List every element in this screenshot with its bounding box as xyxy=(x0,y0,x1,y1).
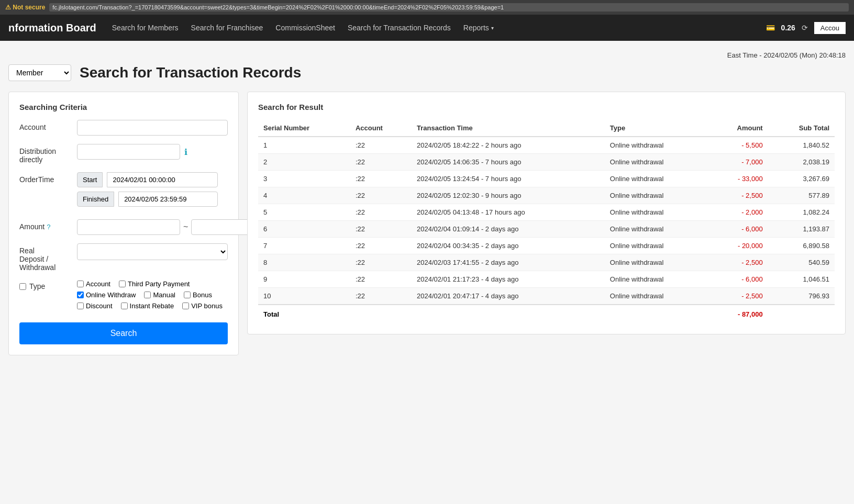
nav-reports[interactable]: Reports ▾ xyxy=(463,24,494,32)
reports-dropdown-arrow: ▾ xyxy=(491,25,494,31)
account-button[interactable]: Accou xyxy=(814,22,846,34)
table-row: 6 :22 2024/02/04 01:09:14 - 2 days ago O… xyxy=(258,221,835,238)
member-select[interactable]: Member xyxy=(8,64,71,81)
cell-time: 2024/02/01 21:17:23 - 4 days ago xyxy=(412,271,605,288)
results-panel-title: Search for Result xyxy=(258,103,835,111)
checkbox-online-withdraw-input[interactable] xyxy=(77,292,84,298)
checkbox-account[interactable]: Account xyxy=(77,280,110,288)
search-button[interactable]: Search xyxy=(19,322,228,344)
checkbox-third-party-input[interactable] xyxy=(119,281,126,287)
distribution-row: ℹ xyxy=(77,144,187,160)
type-checkboxes: Account Third Party Payment Online Withd… xyxy=(77,280,228,310)
cell-account: :22 xyxy=(350,271,412,288)
col-account: Account xyxy=(350,120,412,137)
checkbox-vip-bonus[interactable]: VIP bonus xyxy=(182,302,223,310)
total-label: Total xyxy=(258,305,350,323)
finished-time-input[interactable] xyxy=(118,192,218,207)
total-empty-account xyxy=(350,305,412,323)
checkbox-vip-bonus-input[interactable] xyxy=(182,303,189,309)
col-subtotal: Sub Total xyxy=(768,120,835,137)
cell-amount: - 33,000 xyxy=(709,171,768,187)
table-row: 7 :22 2024/02/04 00:34:35 - 2 days ago O… xyxy=(258,238,835,254)
results-table: Serial Number Account Transaction Time T… xyxy=(258,120,835,323)
cell-subtotal: 6,890.58 xyxy=(768,238,835,254)
checkbox-online-withdraw[interactable]: Online Withdraw xyxy=(77,291,136,299)
type-master-checkbox[interactable] xyxy=(19,283,26,290)
brand-title: nformation Board xyxy=(8,22,96,34)
cell-account: :22 xyxy=(350,288,412,305)
checkbox-account-input[interactable] xyxy=(77,281,84,287)
cell-serial: 7 xyxy=(258,238,350,254)
total-empty-time xyxy=(412,305,605,323)
cell-amount: - 2,500 xyxy=(709,288,768,305)
cell-type: Online withdrawal xyxy=(605,254,709,271)
cell-type: Online withdrawal xyxy=(605,204,709,221)
cell-type: Online withdrawal xyxy=(605,288,709,305)
total-empty-subtotal xyxy=(768,305,835,323)
checkbox-bonus[interactable]: Bonus xyxy=(184,291,212,299)
account-input[interactable] xyxy=(77,120,228,136)
cell-time: 2024/02/05 04:13:48 - 17 hours ago xyxy=(412,204,605,221)
cell-type: Online withdrawal xyxy=(605,221,709,238)
cell-serial: 5 xyxy=(258,204,350,221)
checkbox-manual-input[interactable] xyxy=(144,292,151,298)
start-time-row: Start xyxy=(77,172,218,187)
cell-time: 2024/02/05 13:24:54 - 7 hours ago xyxy=(412,171,605,187)
amount-from-input[interactable] xyxy=(77,219,180,235)
security-warning: ⚠ Not secure xyxy=(5,4,45,11)
cell-serial: 6 xyxy=(258,221,350,238)
account-group: Account xyxy=(19,120,228,136)
cell-time: 2024/02/03 17:41:55 - 2 days ago xyxy=(412,254,605,271)
cell-account: :22 xyxy=(350,137,412,154)
distribution-input[interactable] xyxy=(77,144,180,160)
nav-search-franchisee[interactable]: Search for Franchisee xyxy=(191,24,263,32)
cell-subtotal: 2,038.19 xyxy=(768,154,835,171)
checkbox-discount-input[interactable] xyxy=(77,303,84,309)
checkbox-discount[interactable]: Discount xyxy=(77,302,113,310)
cell-account: :22 xyxy=(350,221,412,238)
finished-label: Finished xyxy=(77,192,114,207)
col-type: Type xyxy=(605,120,709,137)
cell-subtotal: 1,193.87 xyxy=(768,221,835,238)
real-deposit-select[interactable] xyxy=(77,243,228,260)
table-row: 9 :22 2024/02/01 21:17:23 - 4 days ago O… xyxy=(258,271,835,288)
cell-amount: - 6,000 xyxy=(709,221,768,238)
start-time-input[interactable] xyxy=(107,172,218,187)
cell-account: :22 xyxy=(350,154,412,171)
type-label: Type xyxy=(29,282,45,290)
checkbox-instant-rebate[interactable]: Instant Rebate xyxy=(121,302,174,310)
search-criteria-panel: Searching Criteria Account Distribution … xyxy=(8,92,239,355)
cell-type: Online withdrawal xyxy=(605,154,709,171)
checkbox-manual[interactable]: Manual xyxy=(144,291,175,299)
real-deposit-label: Real Deposit / Withdrawal xyxy=(19,243,72,272)
nav-search-transactions[interactable]: Search for Transaction Records xyxy=(348,24,451,32)
cell-time: 2024/02/05 14:06:35 - 7 hours ago xyxy=(412,154,605,171)
distribution-info-icon[interactable]: ℹ xyxy=(184,147,187,157)
navbar: nformation Board Search for Members Sear… xyxy=(0,15,854,41)
nav-commission-sheet[interactable]: CommissionSheet xyxy=(275,24,335,32)
checkbox-bonus-input[interactable] xyxy=(184,292,191,298)
wallet-icon: 💳 xyxy=(766,24,775,32)
nav-search-members[interactable]: Search for Members xyxy=(112,24,179,32)
cell-subtotal: 1,840.52 xyxy=(768,137,835,154)
cell-time: 2024/02/05 12:02:30 - 9 hours ago xyxy=(412,187,605,204)
reports-label: Reports xyxy=(463,24,489,32)
content-row: Searching Criteria Account Distribution … xyxy=(8,92,846,355)
cell-account: :22 xyxy=(350,254,412,271)
cell-account: :22 xyxy=(350,204,412,221)
refresh-icon[interactable]: ⟳ xyxy=(802,24,808,32)
url-bar: fc.jlslotagent.com/Transaction?_=1707180… xyxy=(49,3,849,12)
checkbox-instant-rebate-input[interactable] xyxy=(121,303,128,309)
cell-serial: 4 xyxy=(258,187,350,204)
cell-account: :22 xyxy=(350,238,412,254)
finished-time-row: Finished xyxy=(77,192,218,207)
cell-time: 2024/02/01 20:47:17 - 4 days ago xyxy=(412,288,605,305)
timestamp: East Time - 2024/02/05 (Mon) 20:48:18 xyxy=(8,51,846,59)
table-row: 1 :22 2024/02/05 18:42:22 - 2 hours ago … xyxy=(258,137,835,154)
ordertime-label: OrderTime xyxy=(19,172,72,184)
amount-help-icon[interactable]: ? xyxy=(47,223,50,231)
checkbox-third-party[interactable]: Third Party Payment xyxy=(119,280,190,288)
browser-bar: ⚠ Not secure fc.jlslotagent.com/Transact… xyxy=(0,0,854,15)
cell-subtotal: 1,082.24 xyxy=(768,204,835,221)
page-header: Member Search for Transaction Records xyxy=(8,64,846,81)
